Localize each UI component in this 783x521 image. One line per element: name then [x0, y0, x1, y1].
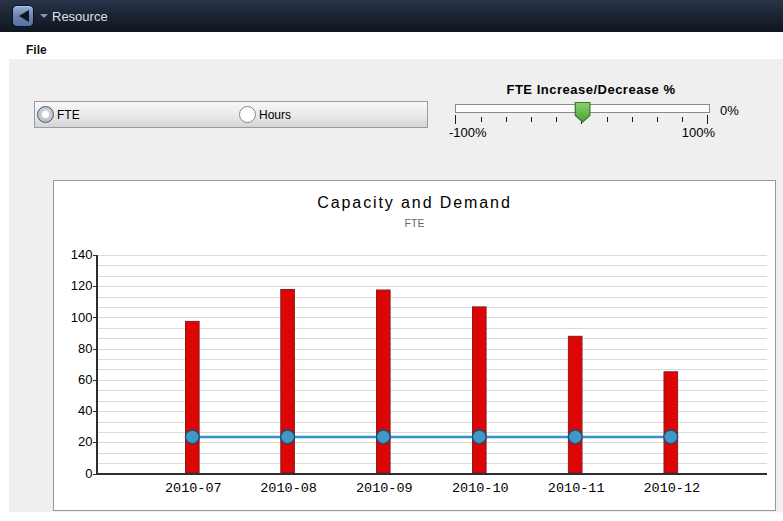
svg-text:100: 100: [71, 310, 93, 325]
svg-text:2010-12: 2010-12: [643, 481, 700, 496]
svg-text:80: 80: [78, 341, 92, 356]
svg-text:2010-07: 2010-07: [165, 481, 222, 496]
svg-text:60: 60: [78, 372, 92, 387]
svg-text:2010-11: 2010-11: [548, 481, 605, 496]
svg-text:2010-09: 2010-09: [356, 481, 413, 496]
svg-text:120: 120: [71, 278, 93, 293]
svg-text:0: 0: [85, 466, 92, 481]
svg-text:2010-08: 2010-08: [260, 481, 317, 496]
svg-text:20: 20: [78, 434, 92, 449]
svg-text:140: 140: [71, 247, 93, 262]
svg-text:40: 40: [78, 403, 92, 418]
svg-text:Capacity and Demand: Capacity and Demand: [317, 194, 511, 211]
svg-text:FTE: FTE: [405, 217, 425, 229]
svg-text:2010-10: 2010-10: [452, 481, 509, 496]
